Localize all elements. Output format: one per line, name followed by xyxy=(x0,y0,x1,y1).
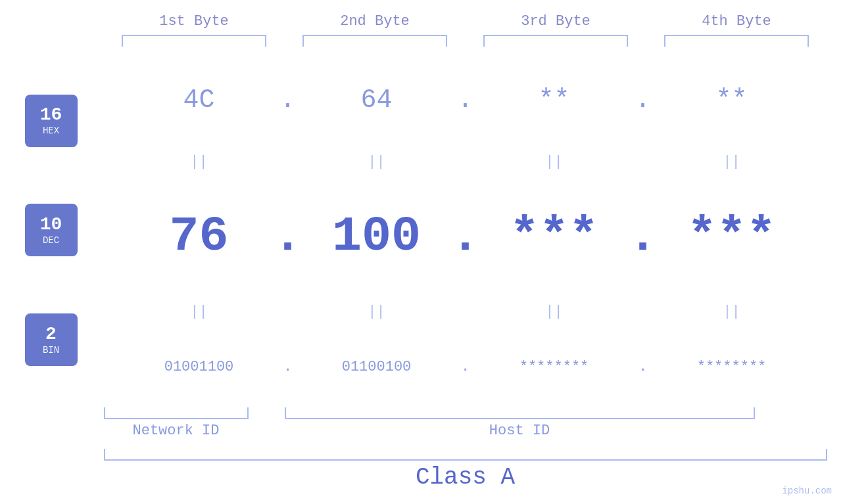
bin-value-1: 01001100 xyxy=(164,359,234,375)
host-id-label: Host ID xyxy=(285,423,755,439)
hex-cell-3: ** xyxy=(482,85,627,115)
bin-dot-3: . xyxy=(627,359,660,375)
bin-cell-1: 01001100 xyxy=(127,359,272,375)
bracket-bottom-class xyxy=(104,449,827,461)
byte-label-3: 3rd Byte xyxy=(477,13,635,30)
byte-labels-row: 1st Byte 2nd Byte 3rd Byte 4th Byte xyxy=(104,13,827,30)
hex-cell-1: 4C xyxy=(127,85,272,115)
dec-cell-2: 100 xyxy=(304,209,449,265)
bin-value-3: ******** xyxy=(519,359,589,375)
hex-value-3: ** xyxy=(538,85,569,115)
badge-hex-label: HEX xyxy=(43,126,59,136)
bin-value-2: 01100100 xyxy=(342,359,412,375)
eq-6: || xyxy=(304,304,449,320)
network-id-label: Network ID xyxy=(104,423,249,439)
bracket-bottom-network xyxy=(104,407,249,419)
equals-row-2: || || || || xyxy=(94,304,837,320)
dec-value-1: 76 xyxy=(169,209,228,265)
class-label-row: Class A xyxy=(104,464,827,491)
badge-bin-label: BIN xyxy=(43,345,59,355)
bin-cell-3: ******** xyxy=(482,359,627,375)
eq-1: || xyxy=(127,154,272,170)
bin-cell-4: ******** xyxy=(660,359,804,375)
dec-dot-1: . xyxy=(272,209,304,265)
badge-bin: 2 BIN xyxy=(25,313,78,366)
eq-4: || xyxy=(660,154,804,170)
hex-dot-3: . xyxy=(627,85,660,115)
bin-dot-1: . xyxy=(272,359,304,375)
dec-value-3: *** xyxy=(510,209,598,265)
badge-hex-number: 16 xyxy=(40,105,62,126)
class-bracket-row xyxy=(104,449,827,461)
dec-dot-2: . xyxy=(449,209,482,265)
badge-dec-number: 10 xyxy=(40,215,62,235)
eq-8: || xyxy=(660,304,804,320)
byte-label-2: 2nd Byte xyxy=(296,13,454,30)
dec-dot-3: . xyxy=(627,209,660,265)
hex-dot-2: . xyxy=(449,85,482,115)
dec-row: 76 . 100 . *** . *** xyxy=(94,209,837,265)
bracket-top-4 xyxy=(664,35,809,47)
eq-2: || xyxy=(304,154,449,170)
hex-value-1: 4C xyxy=(183,85,214,115)
eq-5: || xyxy=(127,304,272,320)
bracket-top-3 xyxy=(483,35,628,47)
bin-cell-2: 01100100 xyxy=(304,359,449,375)
dec-value-4: *** xyxy=(687,209,776,265)
ip-display: 4C . 64 . ** . ** xyxy=(94,66,837,395)
hex-dot-1: . xyxy=(272,85,304,115)
eq-7: || xyxy=(482,304,627,320)
hex-value-2: 64 xyxy=(360,85,392,115)
eq-3: || xyxy=(482,154,627,170)
byte-label-1: 1st Byte xyxy=(115,13,273,30)
bin-row: 01001100 . 01100100 . ******** . xyxy=(94,359,837,375)
bin-value-4: ******** xyxy=(697,359,767,375)
badge-hex: 16 HEX xyxy=(25,95,78,147)
dec-cell-4: *** xyxy=(660,209,804,265)
dec-cell-3: *** xyxy=(482,209,627,265)
id-labels-row: Network ID Host ID xyxy=(104,423,827,439)
bottom-section: Network ID Host ID Class A xyxy=(104,407,827,491)
hex-row: 4C . 64 . ** . ** xyxy=(94,85,837,115)
dec-value-2: 100 xyxy=(332,209,421,265)
bracket-bottom-host xyxy=(285,407,755,419)
hex-cell-4: ** xyxy=(660,85,804,115)
top-bracket-row xyxy=(104,35,827,47)
badge-dec-label: DEC xyxy=(43,235,59,246)
byte-label-4: 4th Byte xyxy=(658,13,815,30)
badge-bin-number: 2 xyxy=(45,325,57,345)
bracket-top-1 xyxy=(122,35,266,47)
dec-cell-1: 76 xyxy=(127,209,272,265)
hex-value-4: ** xyxy=(715,85,747,115)
bottom-brackets-row xyxy=(104,407,827,419)
badges-column: 16 HEX 10 DEC 2 BIN xyxy=(9,66,94,395)
hex-cell-2: 64 xyxy=(304,85,449,115)
class-label: Class A xyxy=(416,464,515,491)
content-area: 16 HEX 10 DEC 2 BIN 4C . xyxy=(9,53,837,407)
main-container: 1st Byte 2nd Byte 3rd Byte 4th Byte 16 H… xyxy=(0,0,845,504)
equals-row-1: || || || || xyxy=(94,154,837,170)
watermark: ipshu.com xyxy=(782,486,832,496)
bin-dot-2: . xyxy=(449,359,482,375)
badge-dec: 10 DEC xyxy=(25,204,78,256)
bracket-top-2 xyxy=(302,35,447,47)
